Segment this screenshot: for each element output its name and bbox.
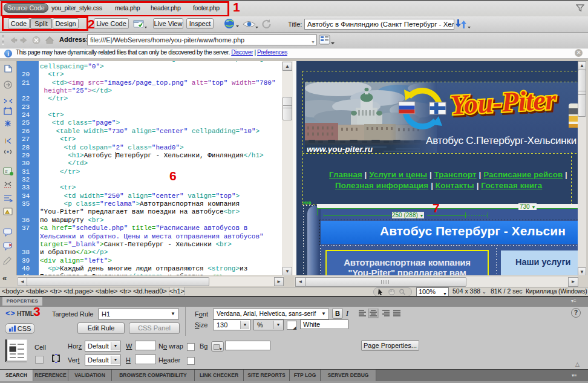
svg-text:#: # bbox=[5, 169, 8, 174]
svg-text:www.you-piter.ru: www.you-piter.ru bbox=[307, 145, 373, 153]
svg-text:Автобус С.Петербург-Хельсинки: Автобус С.Петербург-Хельсинки bbox=[426, 135, 577, 146]
svg-text:You-Piter: You-Piter bbox=[449, 84, 557, 120]
